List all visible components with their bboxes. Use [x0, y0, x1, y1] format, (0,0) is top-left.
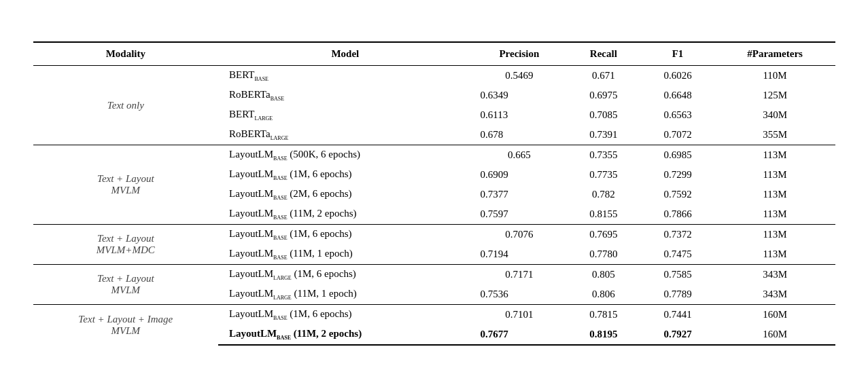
- f1-value: 0.7372: [640, 225, 714, 245]
- header-row: Modality Model Precision Recall F1 #Para…: [33, 42, 835, 66]
- table-row: Text + LayoutMVLM+MDCLayoutLMbase (1M, 6…: [33, 225, 835, 245]
- precision-value: 0.7377: [472, 185, 567, 204]
- precision-value: 0.7677: [472, 325, 567, 345]
- recall-value: 0.7780: [566, 244, 640, 265]
- params-value: 355M: [715, 125, 835, 145]
- precision-value: 0.7194: [472, 244, 567, 265]
- precision-value: 0.7171: [472, 265, 567, 285]
- f1-value: 0.7475: [640, 244, 714, 265]
- precision-value: 0.678: [472, 125, 567, 145]
- col-model: Model: [218, 42, 472, 66]
- results-table: Modality Model Precision Recall F1 #Para…: [33, 41, 835, 346]
- col-modality: Modality: [33, 42, 219, 66]
- col-recall: Recall: [566, 42, 640, 66]
- recall-value: 0.671: [566, 66, 640, 86]
- model-name: LayoutLMbase (11M, 2 epochs): [218, 204, 472, 225]
- f1-value: 0.7927: [640, 325, 714, 345]
- col-precision: Precision: [472, 42, 567, 66]
- params-value: 113M: [715, 225, 835, 245]
- col-f1: F1: [640, 42, 714, 66]
- recall-value: 0.7735: [566, 165, 640, 185]
- model-name: LayoutLMbase (11M, 2 epochs): [218, 325, 472, 345]
- model-name: RoBERTabase: [218, 86, 472, 105]
- table-container: Modality Model Precision Recall F1 #Para…: [33, 41, 835, 346]
- model-name: LayoutLMbase (500K, 6 epochs): [218, 145, 472, 166]
- precision-value: 0.7536: [472, 284, 567, 305]
- params-value: 113M: [715, 204, 835, 225]
- table-row: Text onlyBERTbase0.54690.6710.6026110M: [33, 66, 835, 86]
- model-name: LayoutLMbase (1M, 6 epochs): [218, 305, 472, 325]
- model-name: LayoutLMlarge (1M, 6 epochs): [218, 265, 472, 285]
- recall-value: 0.805: [566, 265, 640, 285]
- col-params: #Parameters: [715, 42, 835, 66]
- modality-label: Text + LayoutMVLM+MDC: [33, 225, 219, 265]
- params-value: 113M: [715, 244, 835, 265]
- f1-value: 0.6563: [640, 105, 714, 125]
- params-value: 113M: [715, 145, 835, 166]
- f1-value: 0.7072: [640, 125, 714, 145]
- precision-value: 0.7597: [472, 204, 567, 225]
- model-name: LayoutLMbase (1M, 6 epochs): [218, 225, 472, 245]
- precision-value: 0.6909: [472, 165, 567, 185]
- modality-label: Text only: [33, 66, 219, 145]
- f1-value: 0.6026: [640, 66, 714, 86]
- f1-value: 0.6985: [640, 145, 714, 166]
- recall-value: 0.6975: [566, 86, 640, 105]
- f1-value: 0.7592: [640, 185, 714, 204]
- model-name: BERTbase: [218, 66, 472, 86]
- params-value: 160M: [715, 325, 835, 345]
- modality-label: Text + Layout + ImageMVLM: [33, 305, 219, 346]
- f1-value: 0.7299: [640, 165, 714, 185]
- model-name: LayoutLMbase (1M, 6 epochs): [218, 165, 472, 185]
- recall-value: 0.7695: [566, 225, 640, 245]
- f1-value: 0.7866: [640, 204, 714, 225]
- recall-value: 0.8195: [566, 325, 640, 345]
- recall-value: 0.7085: [566, 105, 640, 125]
- params-value: 113M: [715, 165, 835, 185]
- params-value: 113M: [715, 185, 835, 204]
- model-name: LayoutLMbase (11M, 1 epoch): [218, 244, 472, 265]
- modality-label: Text + LayoutMVLM: [33, 265, 219, 305]
- precision-value: 0.6113: [472, 105, 567, 125]
- precision-value: 0.7101: [472, 305, 567, 325]
- f1-value: 0.7585: [640, 265, 714, 285]
- table-row: Text + Layout + ImageMVLMLayoutLMbase (1…: [33, 305, 835, 325]
- f1-value: 0.7789: [640, 284, 714, 305]
- params-value: 160M: [715, 305, 835, 325]
- precision-value: 0.7076: [472, 225, 567, 245]
- model-name: LayoutLMlarge (11M, 1 epoch): [218, 284, 472, 305]
- table-row: Text + LayoutMVLMLayoutLMbase (500K, 6 e…: [33, 145, 835, 166]
- precision-value: 0.665: [472, 145, 567, 166]
- model-name: RoBERTalarge: [218, 125, 472, 145]
- precision-value: 0.5469: [472, 66, 567, 86]
- params-value: 343M: [715, 265, 835, 285]
- model-name: BERTlarge: [218, 105, 472, 125]
- params-value: 340M: [715, 105, 835, 125]
- recall-value: 0.7391: [566, 125, 640, 145]
- table-row: Text + LayoutMVLMLayoutLMlarge (1M, 6 ep…: [33, 265, 835, 285]
- recall-value: 0.782: [566, 185, 640, 204]
- modality-label: Text + LayoutMVLM: [33, 145, 219, 225]
- recall-value: 0.806: [566, 284, 640, 305]
- recall-value: 0.7355: [566, 145, 640, 166]
- params-value: 343M: [715, 284, 835, 305]
- recall-value: 0.8155: [566, 204, 640, 225]
- params-value: 110M: [715, 66, 835, 86]
- model-name: LayoutLMbase (2M, 6 epochs): [218, 185, 472, 204]
- recall-value: 0.7815: [566, 305, 640, 325]
- f1-value: 0.7441: [640, 305, 714, 325]
- precision-value: 0.6349: [472, 86, 567, 105]
- f1-value: 0.6648: [640, 86, 714, 105]
- params-value: 125M: [715, 86, 835, 105]
